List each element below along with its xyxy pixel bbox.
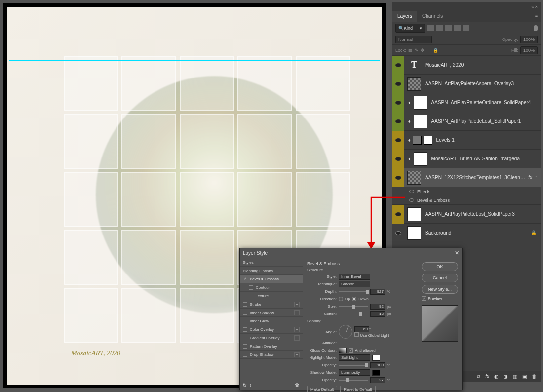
highlight-opacity-slider[interactable] xyxy=(339,365,368,366)
shadow-opacity-slider[interactable] xyxy=(339,380,368,381)
tab-channels[interactable]: Channels xyxy=(417,11,448,22)
visibility-toggle[interactable] xyxy=(392,56,404,75)
layer-name[interactable]: MosaicART, 2020 xyxy=(425,62,541,68)
collapse-icon[interactable]: « × xyxy=(531,4,538,9)
effects-chevron-icon[interactable]: ˄ xyxy=(535,175,538,180)
layer-name[interactable]: AASPN_ArtPlayPaletteLost_SolidPaper1 xyxy=(431,118,541,124)
layer-row[interactable]: ♦ MosaicART_Brush-AK-Sablon_margeda xyxy=(392,150,541,168)
inner-shadow-option[interactable]: Inner Shadow+ xyxy=(240,309,303,317)
lock-transparency-icon[interactable]: ▦ xyxy=(408,48,413,53)
layer-row[interactable]: ♦ Levels 1 xyxy=(392,131,541,150)
link-layers-icon[interactable]: ⧉ xyxy=(477,374,480,380)
guide-horizontal[interactable] xyxy=(9,60,380,61)
depth-slider[interactable] xyxy=(339,291,368,292)
effects-header[interactable]: Effects xyxy=(392,187,541,196)
filter-pixel-icon[interactable] xyxy=(427,25,434,31)
layer-mask-icon[interactable]: ◐ xyxy=(494,374,499,379)
new-layer-icon[interactable]: ▣ xyxy=(522,374,527,379)
size-slider[interactable] xyxy=(339,306,368,307)
panel-menu-icon[interactable]: ≡ xyxy=(532,11,541,22)
shadow-opacity-input[interactable] xyxy=(370,377,385,383)
shadow-color-swatch[interactable] xyxy=(372,370,380,376)
visibility-toggle[interactable] xyxy=(392,150,404,168)
angle-input[interactable] xyxy=(354,326,369,332)
angle-control[interactable] xyxy=(339,325,352,339)
style-select[interactable]: Inner Bevel xyxy=(339,274,370,280)
technique-select[interactable]: Smooth xyxy=(339,281,370,287)
inner-glow-option[interactable]: Inner Glow xyxy=(240,317,303,325)
layer-row[interactable]: AASPN_ArtPlayPaletteAspera_Overlay3 xyxy=(392,75,541,93)
soften-input[interactable] xyxy=(370,311,385,317)
adjustment-layer-icon[interactable]: ◑ xyxy=(504,374,508,379)
fx-badge[interactable]: fx xyxy=(528,175,532,180)
lock-position-icon[interactable]: ✥ xyxy=(421,48,425,53)
direction-up-radio[interactable] xyxy=(339,297,343,301)
highlight-mode-select[interactable]: Soft Light xyxy=(339,354,370,361)
layer-name[interactable]: MosaicART_Brush-AK-Sablon_margeda xyxy=(431,156,541,161)
shadow-mode-select[interactable]: Luminosity xyxy=(339,369,370,376)
visibility-toggle[interactable] xyxy=(392,168,404,187)
guide-vertical[interactable] xyxy=(12,9,12,382)
contour-option[interactable]: Contour xyxy=(240,283,303,292)
layer-name[interactable]: Background xyxy=(425,230,531,235)
bevel-emboss-option[interactable]: ✓Bevel & Emboss xyxy=(240,275,303,283)
layer-name[interactable]: AASPN_ArtPlayPaletteOrdinare_SolidPaper4 xyxy=(431,100,541,105)
visibility-toggle[interactable] xyxy=(392,131,404,150)
filter-adjustment-icon[interactable] xyxy=(436,25,443,31)
layer-row[interactable]: Background 🔒 xyxy=(392,224,541,242)
blending-options[interactable]: Blending Options xyxy=(240,267,303,275)
filter-toggle-icon[interactable] xyxy=(534,25,538,31)
filter-shape-icon[interactable] xyxy=(454,25,461,31)
layer-row[interactable]: AASPN_ArtPlayPaletteLost_SolidPaper3 xyxy=(392,205,541,224)
stroke-option[interactable]: Stroke+ xyxy=(240,300,303,309)
styles-preset[interactable]: Styles xyxy=(240,258,303,267)
layer-row[interactable]: ♦ AASPN_ArtPlayPaletteOrdinare_SolidPape… xyxy=(392,93,541,112)
layer-style-icon[interactable]: fx xyxy=(485,374,489,379)
close-icon[interactable]: ✕ xyxy=(455,250,459,256)
direction-down-radio[interactable] xyxy=(352,297,356,301)
visibility-toggle[interactable] xyxy=(392,93,404,112)
layer-name[interactable]: AASPN_12X12StitchedTemplates1_3CleanMask… xyxy=(425,175,528,180)
dialog-titlebar[interactable]: Layer Style ✕ xyxy=(240,248,462,258)
layer-style-dialog[interactable]: Layer Style ✕ Styles Blending Options ✓B… xyxy=(239,248,463,390)
visibility-toggle[interactable] xyxy=(392,205,404,224)
soften-slider[interactable] xyxy=(339,314,368,314)
guide-vertical[interactable] xyxy=(69,9,69,382)
texture-option[interactable]: Texture xyxy=(240,292,303,300)
layer-name[interactable]: AASPN_ArtPlayPaletteLost_SolidPaper3 xyxy=(425,211,541,217)
drop-shadow-option[interactable]: Drop Shadow+ xyxy=(240,351,303,359)
ok-button[interactable]: OK xyxy=(422,262,458,271)
pattern-overlay-option[interactable]: Pattern Overlay xyxy=(240,342,303,351)
global-light-checkbox[interactable] xyxy=(354,332,359,337)
highlight-color-swatch[interactable] xyxy=(372,355,380,361)
lock-artboard-icon[interactable]: ▢ xyxy=(427,48,431,53)
gradient-overlay-option[interactable]: Gradient Overlay+ xyxy=(240,334,303,342)
tab-layers[interactable]: Layers xyxy=(392,11,417,22)
fill-input[interactable]: 100% xyxy=(520,46,538,54)
antialiased-checkbox[interactable]: ✓ xyxy=(349,348,353,353)
visibility-toggle[interactable] xyxy=(392,75,404,93)
highlight-opacity-input[interactable] xyxy=(370,362,385,368)
color-overlay-option[interactable]: Color Overlay+ xyxy=(240,325,303,334)
lock-pixel-icon[interactable]: ✎ xyxy=(415,48,419,53)
lock-all-icon[interactable]: 🔒 xyxy=(433,48,438,53)
preview-checkbox[interactable]: ✓ xyxy=(422,296,426,301)
opacity-input[interactable]: 100% xyxy=(520,36,538,43)
layer-name[interactable]: Levels 1 xyxy=(436,137,541,143)
new-style-button[interactable]: New Style... xyxy=(422,285,458,294)
layer-row[interactable]: ♦ AASPN_ArtPlayPaletteLost_SolidPaper1 xyxy=(392,112,541,131)
trash-icon[interactable]: 🗑 xyxy=(295,382,300,388)
delete-layer-icon[interactable]: 🗑 xyxy=(532,374,537,379)
make-default-button[interactable]: Make Default xyxy=(307,386,337,392)
group-icon[interactable]: ▥ xyxy=(513,374,517,379)
gloss-contour-picker[interactable] xyxy=(339,348,347,353)
depth-input[interactable] xyxy=(370,289,385,295)
layer-row[interactable]: T MosaicART, 2020 xyxy=(392,56,541,75)
cancel-button[interactable]: Cancel xyxy=(422,274,458,282)
arrow-up-icon[interactable]: ↕ xyxy=(249,382,252,388)
blend-mode-select[interactable]: Normal xyxy=(395,36,432,43)
size-input[interactable] xyxy=(370,304,385,310)
fx-menu-icon[interactable]: fx xyxy=(243,383,246,388)
filter-smart-icon[interactable] xyxy=(463,25,469,31)
visibility-toggle[interactable] xyxy=(392,112,404,131)
